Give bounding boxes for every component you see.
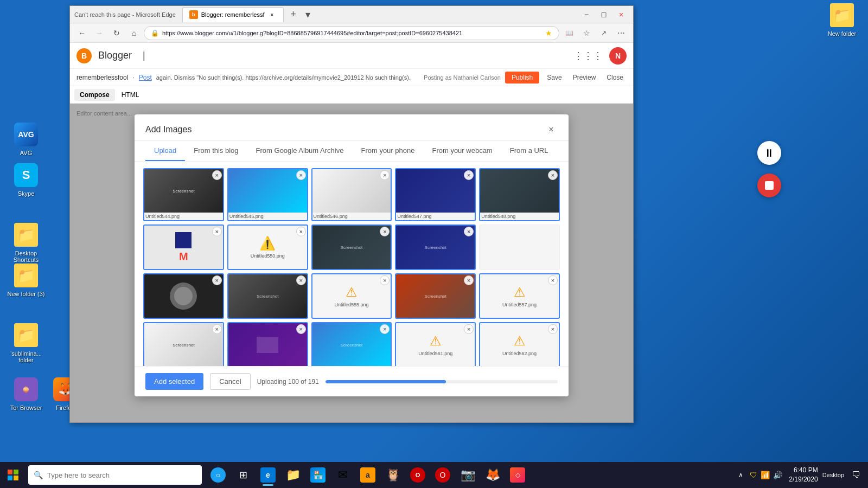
image-item-2[interactable]: Untitled546.png × xyxy=(311,168,392,221)
image-item-4[interactable]: Untitled548.png × xyxy=(479,168,560,221)
desktop-icon-skype[interactable]: S Skype xyxy=(4,160,48,199)
desktop-icon-torbrowser[interactable]: 🧅 Tor Browser xyxy=(4,374,48,413)
image-item-0[interactable]: Screenshot Untitled544.png × xyxy=(143,168,224,221)
image-remove-6[interactable]: × xyxy=(296,227,306,236)
settings-button[interactable]: ⋯ xyxy=(614,25,629,41)
image-item-3[interactable]: Untitled547.png × xyxy=(395,168,476,221)
modal-close-button[interactable]: × xyxy=(545,123,558,136)
image-item-18[interactable]: ⚠ Untitled562.png × xyxy=(479,322,560,366)
new-tab-button[interactable]: + xyxy=(286,7,301,22)
image-item-11[interactable]: ⚠ Untitled555.png × xyxy=(311,273,392,319)
desktop-icon-shortcuts[interactable]: 📁 Desktop Shortcuts xyxy=(4,220,48,265)
image-remove-13[interactable]: × xyxy=(548,275,558,285)
tab-from-blog[interactable]: From this blog xyxy=(185,141,247,161)
tab-from-webcam[interactable]: From your webcam xyxy=(423,141,501,161)
image-item-6[interactable]: ⚠️ Untitled550.png × xyxy=(227,224,308,270)
add-selected-button[interactable]: Add selected xyxy=(145,373,203,390)
favorites-button[interactable]: ☆ xyxy=(579,25,594,41)
image-item-15[interactable]: × xyxy=(227,322,308,366)
image-remove-4[interactable]: × xyxy=(548,170,558,180)
bookmark-star-icon[interactable]: ★ xyxy=(545,29,552,37)
home-button[interactable]: ⌂ xyxy=(126,25,142,41)
address-input[interactable] xyxy=(162,30,542,36)
image-remove-18[interactable]: × xyxy=(548,324,558,334)
image-item-7[interactable]: Screenshot × xyxy=(311,224,392,270)
image-item-8[interactable]: Screenshot × xyxy=(395,224,476,270)
taskbar-taskview[interactable]: ⊞ xyxy=(231,463,255,487)
compose-tab[interactable]: Compose xyxy=(74,89,115,101)
svg-rect-0 xyxy=(8,470,12,474)
taskbar-tripadvisor[interactable]: 🦉 xyxy=(381,463,405,487)
reading-mode-button[interactable]: 📖 xyxy=(561,25,577,41)
taskbar-files[interactable]: 📁 xyxy=(281,463,305,487)
image-name-17: Untitled561.png xyxy=(418,351,452,356)
record-button[interactable] xyxy=(757,174,781,197)
show-hidden-icons[interactable]: ∧ xyxy=(738,471,743,479)
maximize-button[interactable]: □ xyxy=(596,7,611,22)
browser-tab[interactable]: b Blogger: rememberlessf × xyxy=(182,7,284,22)
desktop-button[interactable]: Desktop xyxy=(820,472,846,478)
image-name-2: Untitled546.png xyxy=(312,213,391,220)
image-item-10[interactable]: Screenshot × xyxy=(227,273,308,319)
image-item-5[interactable]: M × xyxy=(143,224,224,270)
close-window-button[interactable]: × xyxy=(614,7,629,22)
taskbar-search-input[interactable] xyxy=(47,471,196,479)
back-button[interactable]: ← xyxy=(74,25,90,41)
share-button[interactable]: ↗ xyxy=(596,25,611,41)
desktop-icon-newfolder-top[interactable]: 📁 New folder xyxy=(820,0,864,39)
tab-from-phone[interactable]: From your phone xyxy=(352,141,423,161)
image-remove-14[interactable]: × xyxy=(212,324,222,334)
image-remove-10[interactable]: × xyxy=(296,275,306,285)
image-item-12[interactable]: Screenshot × xyxy=(395,273,476,319)
pause-button[interactable]: ⏸ xyxy=(757,141,781,165)
address-bar[interactable]: 🔒 ★ xyxy=(144,26,559,40)
desktop-icon-avg[interactable]: AVG AVG xyxy=(4,119,48,158)
publish-button[interactable]: Publish xyxy=(505,72,539,84)
taskbar-opera[interactable]: O xyxy=(431,463,455,487)
tab-upload[interactable]: Upload xyxy=(145,141,185,161)
image-remove-0[interactable]: × xyxy=(212,170,222,180)
tab-from-url[interactable]: From a URL xyxy=(501,141,557,161)
refresh-button[interactable]: ↻ xyxy=(109,25,124,41)
image-remove-9[interactable]: × xyxy=(212,275,222,285)
taskbar-edge[interactable]: e xyxy=(256,463,280,487)
minimize-button[interactable]: − xyxy=(579,7,594,22)
image-remove-1[interactable]: × xyxy=(296,170,306,180)
taskbar-time[interactable]: 6:40 PM 2/19/2020 xyxy=(789,466,818,484)
taskbar-camera[interactable]: 📷 xyxy=(456,463,480,487)
image-item-1[interactable]: Untitled545.png × xyxy=(227,168,308,221)
tab-list-button[interactable]: ▾ xyxy=(305,9,310,21)
warning-icon-11: ⚠ xyxy=(346,285,358,300)
image-item-9[interactable]: × xyxy=(143,273,224,319)
desktop-icon-subliminal[interactable]: 📁 'sublimina... folder xyxy=(4,320,48,365)
notifications-button[interactable]: 🗨 xyxy=(848,467,864,483)
image-remove-5[interactable]: × xyxy=(212,227,222,236)
taskbar-amazon[interactable]: a xyxy=(356,463,380,487)
blogger-header-right: ⋮⋮⋮ N xyxy=(573,47,627,65)
image-item-13[interactable]: ⚠ Untitled557.png × xyxy=(479,273,560,319)
tab-google-album[interactable]: From Google Album Archive xyxy=(247,141,353,161)
apps-grid-icon[interactable]: ⋮⋮⋮ xyxy=(573,50,603,62)
preview-button[interactable]: Preview xyxy=(570,73,599,82)
taskbar-oracle[interactable]: O xyxy=(406,463,430,487)
taskbar-search-box[interactable]: 🔍 xyxy=(28,465,202,485)
desktop-icon-newfolder[interactable]: 📁 New folder (3) xyxy=(4,260,48,299)
taskbar-store[interactable]: 🏪 xyxy=(306,463,330,487)
save-button[interactable]: Save xyxy=(544,73,565,82)
image-remove-15[interactable]: × xyxy=(296,324,306,334)
image-item-16[interactable]: Screenshot × xyxy=(311,322,392,366)
close-editor-button[interactable]: Close xyxy=(603,73,627,82)
forward-button[interactable]: → xyxy=(92,25,107,41)
html-tab[interactable]: HTML xyxy=(116,89,145,101)
taskbar-unknown[interactable]: ◇ xyxy=(506,463,529,487)
user-avatar[interactable]: N xyxy=(609,47,627,65)
taskbar-mail[interactable]: ✉ xyxy=(331,463,355,487)
taskbar-cortana[interactable]: ○ xyxy=(206,463,230,487)
tab-close-button[interactable]: × xyxy=(268,10,277,19)
dot-separator: · xyxy=(132,74,134,81)
image-item-17[interactable]: ⚠ Untitled561.png × xyxy=(395,322,476,366)
cancel-button[interactable]: Cancel xyxy=(210,373,250,390)
taskbar-firefox[interactable]: 🦊 xyxy=(481,463,505,487)
start-button[interactable] xyxy=(0,462,26,488)
image-item-14[interactable]: Screenshot × xyxy=(143,322,224,366)
